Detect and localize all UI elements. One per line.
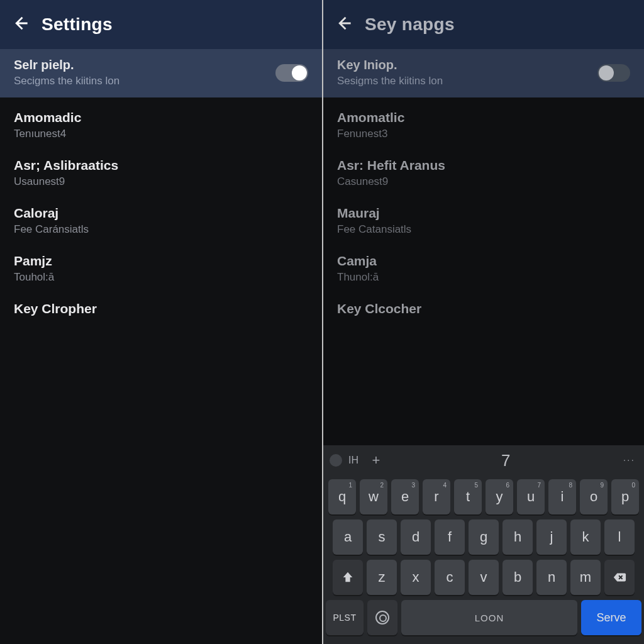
topbar: Settings <box>0 0 322 49</box>
suggestion-text: IH <box>348 455 358 466</box>
key-q[interactable]: q1 <box>328 479 356 514</box>
item-subtitle: Fee Caránsiatls <box>14 223 308 236</box>
toggle-title: Selr pielp. <box>14 58 275 72</box>
keyboard-row-3: z x c v b n m <box>326 560 641 595</box>
list-item[interactable]: Pamjz Touhol:ā <box>0 245 322 292</box>
toggle-switch[interactable] <box>275 64 308 82</box>
suggestion-mid[interactable]: 7 <box>394 451 618 470</box>
toggle-subtitle: Sesigms the kiitins lon <box>337 75 597 87</box>
key-action[interactable]: Serve <box>581 600 641 635</box>
item-title: Asr: Hefit Aranus <box>337 158 630 173</box>
keyboard-suggestion-bar: IH + 7 ··· <box>323 445 644 475</box>
list-item[interactable]: Amomadic Tenıunest4 <box>0 101 322 149</box>
item-title: Amomadic <box>14 110 308 125</box>
suggestion-left[interactable]: IH <box>330 454 358 467</box>
key-b[interactable]: b <box>502 560 533 595</box>
key-f[interactable]: f <box>435 519 465 555</box>
item-subtitle: Fee Catansiatls <box>337 223 630 236</box>
suggestion-more-icon[interactable]: ··· <box>623 455 638 466</box>
toggle-switch[interactable] <box>597 64 630 82</box>
toggle-title: Key Iniop. <box>337 58 597 72</box>
toggle-subtitle: Secigms the kiitins lon <box>14 75 275 87</box>
key-v[interactable]: v <box>469 560 499 595</box>
toggle-setting-row[interactable]: Key Iniop. Sesigms the kiitins lon <box>323 49 644 97</box>
keyboard-row-2: a s d f g h j k l <box>326 519 641 555</box>
item-title: Amomatlic <box>337 110 630 125</box>
key-d[interactable]: d <box>401 519 431 555</box>
list-item[interactable]: Mauraj Fee Catansiatls <box>323 197 644 245</box>
list-item[interactable]: Asr; Aslibraatics Usaunest9 <box>0 149 322 197</box>
item-title: Mauraj <box>337 206 630 221</box>
key-x[interactable]: x <box>401 560 431 595</box>
key-symbols[interactable]: PLST <box>326 600 364 635</box>
item-title: Key Clcocher <box>337 301 630 316</box>
emoji-icon[interactable] <box>330 454 342 467</box>
key-m[interactable]: m <box>570 560 601 595</box>
key-l[interactable]: l <box>604 519 635 555</box>
key-u[interactable]: u7 <box>517 479 545 514</box>
item-title: Pamjz <box>14 253 308 269</box>
item-subtitle: Fenunest3 <box>337 128 630 140</box>
key-w[interactable]: w2 <box>360 479 387 514</box>
key-h[interactable]: h <box>502 519 533 555</box>
toggle-setting-row[interactable]: Selr pielp. Secigms the kiitins lon <box>0 49 322 97</box>
list-item[interactable]: Key Clropher <box>0 292 322 325</box>
keyboard-row-4: PLST LOON Serve <box>326 600 641 635</box>
key-y[interactable]: y6 <box>486 479 513 514</box>
key-g[interactable]: g <box>469 519 499 555</box>
key-space[interactable]: LOON <box>401 600 577 635</box>
target-icon <box>375 611 389 625</box>
key-r[interactable]: r4 <box>423 479 450 514</box>
item-subtitle: Touhol:ā <box>14 271 308 284</box>
settings-pane-left: Settings Selr pielp. Secigms the kiitins… <box>0 0 322 644</box>
soft-keyboard: IH + 7 ··· q1 w2 e3 r4 t5 y6 u7 i8 o9 p0 <box>323 445 644 644</box>
topbar: Sey napgs <box>323 0 644 49</box>
back-arrow-icon[interactable] <box>335 14 352 35</box>
page-title: Settings <box>42 14 113 35</box>
item-subtitle: Thunol:ā <box>337 271 630 284</box>
item-title: Asr; Aslibraatics <box>14 158 308 173</box>
key-p[interactable]: p0 <box>611 479 639 514</box>
suggestion-plus[interactable]: + <box>364 452 389 469</box>
item-subtitle: Tenıunest4 <box>14 128 308 140</box>
key-o[interactable]: o9 <box>580 479 608 514</box>
key-z[interactable]: z <box>367 560 397 595</box>
settings-list: Amomadic Tenıunest4 Asr; Aslibraatics Us… <box>0 97 322 644</box>
key-j[interactable]: j <box>536 519 567 555</box>
key-at[interactable] <box>367 600 397 635</box>
list-item[interactable]: Asr: Hefit Aranus Casunest9 <box>323 149 644 197</box>
item-subtitle: Casunest9 <box>337 175 630 188</box>
item-subtitle: Usaunest9 <box>14 175 308 188</box>
keyboard-row-1: q1 w2 e3 r4 t5 y6 u7 i8 o9 p0 <box>326 479 641 514</box>
page-title: Sey napgs <box>365 14 455 35</box>
key-a[interactable]: a <box>333 519 363 555</box>
item-title: Caloraj <box>14 206 308 221</box>
key-s[interactable]: s <box>367 519 397 555</box>
key-shift[interactable] <box>333 560 363 595</box>
back-arrow-icon[interactable] <box>11 14 29 35</box>
list-item[interactable]: Amomatlic Fenunest3 <box>323 101 644 149</box>
list-item[interactable]: Caloraj Fee Caránsiatls <box>0 197 322 245</box>
key-c[interactable]: c <box>435 560 465 595</box>
key-t[interactable]: t5 <box>454 479 482 514</box>
key-e[interactable]: e3 <box>391 479 419 514</box>
item-title: Camja <box>337 253 630 269</box>
key-n[interactable]: n <box>536 560 567 595</box>
settings-pane-right: Sey napgs Key Iniop. Sesigms the kiitins… <box>322 0 644 644</box>
key-backspace[interactable] <box>604 560 635 595</box>
list-item[interactable]: Key Clcocher <box>323 292 644 325</box>
key-i[interactable]: i8 <box>548 479 576 514</box>
list-item[interactable]: Camja Thunol:ā <box>323 245 644 292</box>
item-title: Key Clropher <box>14 301 308 316</box>
key-k[interactable]: k <box>570 519 601 555</box>
